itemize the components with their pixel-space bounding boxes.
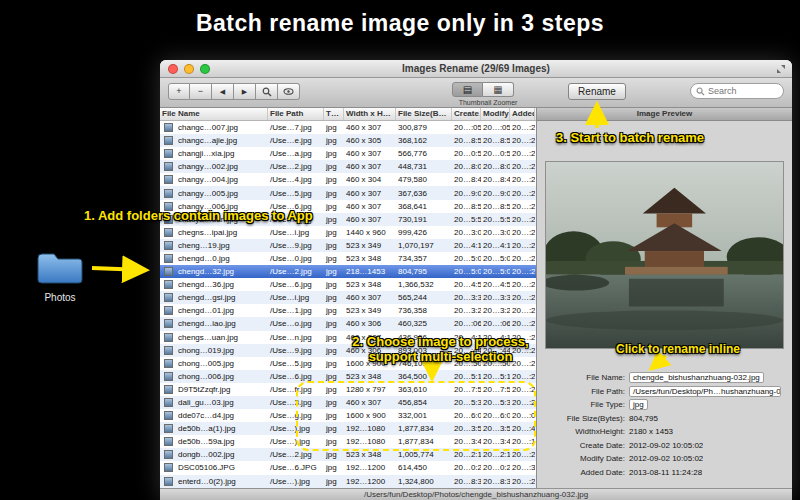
fullscreen-icon[interactable]: [776, 64, 786, 74]
cell-modified: 20…3:26: [481, 306, 510, 315]
folder-label: Photos: [34, 292, 86, 303]
search-input[interactable]: [708, 86, 778, 96]
zoom-button[interactable]: [200, 64, 210, 74]
annotation-step2: 2. Choose image to process, support mult…: [338, 334, 543, 364]
file-thumbnail-icon: [160, 359, 176, 368]
column-header-file-size[interactable]: File Size(B…: [396, 108, 452, 120]
cell-path: /Use…5.jpg: [268, 189, 324, 198]
table-row[interactable]: DSC05106.JPG/Use…6.JPGjpg192…1200614,450…: [160, 461, 536, 474]
file-path-input[interactable]: /Users/fun/Desktop/Ph…hushanzhuang-032.j…: [629, 386, 781, 397]
add-folder-button[interactable]: +: [168, 83, 190, 100]
list-view-segment[interactable]: ▤: [452, 82, 483, 97]
column-header-dimensions[interactable]: Width x H…: [344, 108, 396, 120]
annotation-step2-line1: 2. Choose image to process,: [338, 334, 543, 349]
cell-path: /Use…o.jpg: [268, 319, 324, 328]
cell-path: /Use…i.jpg: [268, 228, 324, 237]
table-row[interactable]: chengd…36.jpg/Use…6.jpgjpg523 x 3481,366…: [160, 278, 536, 291]
cell-type: jpg: [324, 372, 344, 381]
cell-created: 20…5:02: [452, 254, 481, 263]
column-header-file-name[interactable]: File Name: [160, 108, 268, 120]
table-row[interactable]: chegns…ipai.jpg/Use…i.jpgjpg1440 x 96099…: [160, 226, 536, 239]
image-preview: [545, 161, 784, 349]
cell-created: 20…8:34: [452, 477, 481, 486]
column-header-file-path[interactable]: File Path: [268, 108, 324, 120]
plus-icon: +: [176, 84, 181, 99]
zoom-tool-button[interactable]: [256, 83, 278, 100]
title-bar[interactable]: Images Rename (29/69 Images): [160, 60, 792, 78]
table-row[interactable]: cheng…19.jpg/Use…9.jpgjpg523 x 3491,070,…: [160, 239, 536, 252]
rename-button[interactable]: Rename: [568, 83, 626, 100]
column-header-create-date[interactable]: Create…: [452, 108, 481, 120]
file-thumbnail-icon: [160, 346, 176, 355]
table-row[interactable]: changc…007.jpg/Use…7.jpgjpg460 x 307300,…: [160, 121, 536, 134]
cell-size: 368,162: [396, 136, 452, 145]
table-row[interactable]: enterd…0(2).jpg/Use…).jpgjpg192…12001,32…: [160, 475, 536, 488]
file-thumbnail-icon: [160, 293, 176, 302]
cell-size: 1,070,197: [396, 241, 452, 250]
cell-name: changy…005.jpg: [176, 189, 268, 198]
table-row[interactable]: changy…004.jpg/Use…4.jpgjpg460 x 304479,…: [160, 173, 536, 186]
table-row[interactable]: changji…xia.jpg/Use…a.jpgjpg460 x 307566…: [160, 147, 536, 160]
cell-type: jpg: [324, 149, 344, 158]
cell-path: /Use…n.jpg: [268, 333, 324, 342]
table-row[interactable]: changy…002.jpg/Use…2.jpgjpg460 x 307448,…: [160, 160, 536, 173]
file-thumbnail-icon: [160, 136, 176, 145]
cell-path: /Use…).jpg: [268, 477, 324, 486]
cell-type: jpg: [324, 241, 344, 250]
added-date-label: Added Date:: [537, 468, 629, 477]
cell-added: 20…:28: [510, 254, 535, 263]
status-path: /Users/fun/Desktop/Photos/chengde_bishus…: [364, 490, 588, 499]
column-header-added-date[interactable]: Added…: [510, 108, 535, 120]
cell-name: chengs…uan.jpg: [176, 333, 268, 342]
file-type-input[interactable]: jpg: [629, 399, 648, 410]
cell-added: 20…:28: [510, 215, 535, 224]
table-row[interactable]: chengd…0.jpg/Use…0.jpgjpg523 x 348734,35…: [160, 252, 536, 265]
file-type-label: File Type:: [537, 400, 629, 409]
cell-type: jpg: [324, 477, 344, 486]
cell-created: 20…9:00: [452, 189, 481, 198]
remove-button[interactable]: −: [190, 83, 212, 100]
file-name-label: File Name:: [537, 373, 629, 382]
minimize-button[interactable]: [184, 64, 194, 74]
cell-path: /Use…a.jpg: [268, 149, 324, 158]
table-row[interactable]: chengd…01.jpg/Use…1.jpgjpg523 x 349736,3…: [160, 304, 536, 317]
cell-dims: 523 x 348: [344, 254, 396, 263]
cell-name: dde07c…d4.jpg: [176, 411, 268, 420]
cell-name: dongb…002.jpg: [176, 450, 268, 459]
file-thumbnail-icon: [160, 175, 176, 184]
cell-type: jpg: [324, 202, 344, 211]
cell-modified: 20…:06: [481, 319, 510, 328]
file-path-label: File Path:: [537, 387, 629, 396]
table-row[interactable]: changc…ajie.jpg/Use…e.jpgjpg460 x 305368…: [160, 134, 536, 147]
close-button[interactable]: [168, 64, 178, 74]
cell-type: jpg: [324, 267, 344, 276]
preview-tool-button[interactable]: [278, 83, 300, 100]
table-row[interactable]: chengd…gsi.jpg/Use…i.jpgjpg460 x 307565,…: [160, 291, 536, 304]
table-row[interactable]: chengd…iao.jpg/Use…o.jpgjpg460 x 306460,…: [160, 317, 536, 330]
cell-path: /Use…4.jpg: [268, 175, 324, 184]
cell-dims: 192…1200: [344, 463, 396, 472]
cell-type: jpg: [324, 306, 344, 315]
create-date-label: Create Date:: [537, 441, 629, 450]
file-thumbnail-icon: [160, 424, 176, 433]
cell-added: 20…:28: [510, 136, 535, 145]
cell-modified: 20…2:14: [481, 450, 510, 459]
eye-icon: [283, 87, 294, 96]
column-header-type[interactable]: T…: [324, 108, 344, 120]
cell-path: /Use…2.jpg: [268, 267, 324, 276]
table-row[interactable]: changy…005.jpg/Use…5.jpgjpg460 x 307367,…: [160, 186, 536, 199]
forward-button[interactable]: ▶: [234, 83, 256, 100]
photos-folder[interactable]: Photos: [34, 250, 86, 303]
folder-icon: [35, 250, 85, 286]
thumbnail-view-segment[interactable]: ▦: [483, 82, 514, 97]
search-field[interactable]: [690, 83, 784, 99]
cell-type: jpg: [324, 228, 344, 237]
table-row[interactable]: chengd…32.jpg/Use…2.jpgjpg218…1453804,79…: [160, 265, 536, 278]
cell-added: 20…:28: [510, 189, 535, 198]
preview-photo-placeholder: [546, 162, 783, 348]
file-size-row: File Size(Bytes): 804,795: [537, 412, 788, 426]
column-header-modify-date[interactable]: Modify…: [481, 108, 510, 120]
cell-modified: 20…5:16: [481, 372, 510, 381]
file-name-input[interactable]: chengde_bishushanzhuang-032.jpg: [629, 372, 764, 383]
back-button[interactable]: ◀: [212, 83, 234, 100]
